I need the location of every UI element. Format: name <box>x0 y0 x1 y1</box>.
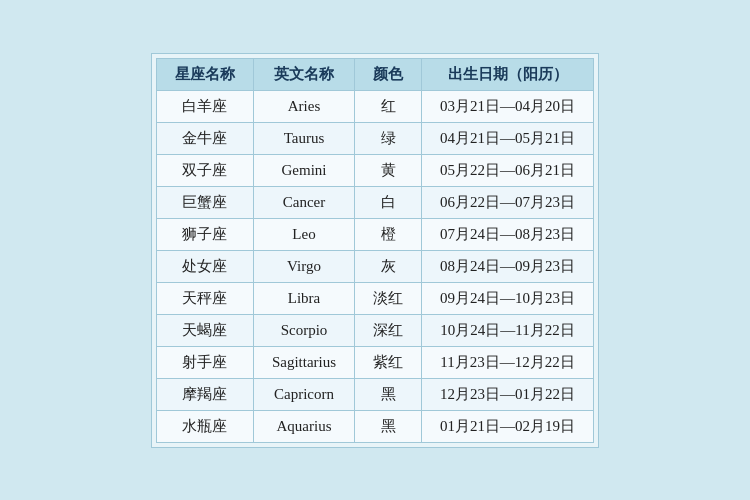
table-row: 双子座Gemini黄05月22日—06月21日 <box>156 154 593 186</box>
table-body: 白羊座Aries红03月21日—04月20日金牛座Taurus绿04月21日—0… <box>156 90 593 442</box>
cell-color: 黑 <box>355 378 422 410</box>
cell-chinese: 金牛座 <box>156 122 253 154</box>
cell-dates: 01月21日—02月19日 <box>422 410 594 442</box>
cell-dates: 07月24日—08月23日 <box>422 218 594 250</box>
table-row: 水瓶座Aquarius黑01月21日—02月19日 <box>156 410 593 442</box>
cell-english: Leo <box>253 218 354 250</box>
cell-chinese: 白羊座 <box>156 90 253 122</box>
cell-english: Gemini <box>253 154 354 186</box>
cell-chinese: 射手座 <box>156 346 253 378</box>
cell-dates: 04月21日—05月21日 <box>422 122 594 154</box>
cell-chinese: 天蝎座 <box>156 314 253 346</box>
cell-english: Taurus <box>253 122 354 154</box>
table-row: 巨蟹座Cancer白06月22日—07月23日 <box>156 186 593 218</box>
cell-color: 白 <box>355 186 422 218</box>
header-english: 英文名称 <box>253 58 354 90</box>
cell-english: Capricorn <box>253 378 354 410</box>
cell-color: 灰 <box>355 250 422 282</box>
cell-color: 黄 <box>355 154 422 186</box>
table-row: 白羊座Aries红03月21日—04月20日 <box>156 90 593 122</box>
cell-color: 绿 <box>355 122 422 154</box>
header-color: 颜色 <box>355 58 422 90</box>
cell-chinese: 狮子座 <box>156 218 253 250</box>
table-row: 处女座Virgo灰08月24日—09月23日 <box>156 250 593 282</box>
cell-dates: 11月23日—12月22日 <box>422 346 594 378</box>
cell-dates: 12月23日—01月22日 <box>422 378 594 410</box>
table-row: 摩羯座Capricorn黑12月23日—01月22日 <box>156 378 593 410</box>
cell-chinese: 摩羯座 <box>156 378 253 410</box>
cell-english: Scorpio <box>253 314 354 346</box>
cell-color: 橙 <box>355 218 422 250</box>
table-row: 天秤座Libra淡红09月24日—10月23日 <box>156 282 593 314</box>
cell-english: Sagittarius <box>253 346 354 378</box>
cell-dates: 10月24日—11月22日 <box>422 314 594 346</box>
cell-color: 黑 <box>355 410 422 442</box>
zodiac-table: 星座名称 英文名称 颜色 出生日期（阳历） 白羊座Aries红03月21日—04… <box>156 58 594 443</box>
cell-chinese: 双子座 <box>156 154 253 186</box>
cell-color: 淡红 <box>355 282 422 314</box>
cell-chinese: 天秤座 <box>156 282 253 314</box>
cell-dates: 05月22日—06月21日 <box>422 154 594 186</box>
header-dates: 出生日期（阳历） <box>422 58 594 90</box>
cell-dates: 03月21日—04月20日 <box>422 90 594 122</box>
cell-english: Cancer <box>253 186 354 218</box>
table-row: 天蝎座Scorpio深红10月24日—11月22日 <box>156 314 593 346</box>
table-row: 金牛座Taurus绿04月21日—05月21日 <box>156 122 593 154</box>
cell-chinese: 巨蟹座 <box>156 186 253 218</box>
table-row: 射手座Sagittarius紫红11月23日—12月22日 <box>156 346 593 378</box>
cell-english: Libra <box>253 282 354 314</box>
cell-chinese: 处女座 <box>156 250 253 282</box>
cell-dates: 08月24日—09月23日 <box>422 250 594 282</box>
zodiac-table-container: 星座名称 英文名称 颜色 出生日期（阳历） 白羊座Aries红03月21日—04… <box>151 53 599 448</box>
cell-dates: 09月24日—10月23日 <box>422 282 594 314</box>
cell-color: 红 <box>355 90 422 122</box>
cell-english: Aquarius <box>253 410 354 442</box>
header-chinese: 星座名称 <box>156 58 253 90</box>
cell-color: 深红 <box>355 314 422 346</box>
cell-english: Virgo <box>253 250 354 282</box>
cell-chinese: 水瓶座 <box>156 410 253 442</box>
table-header-row: 星座名称 英文名称 颜色 出生日期（阳历） <box>156 58 593 90</box>
cell-color: 紫红 <box>355 346 422 378</box>
cell-dates: 06月22日—07月23日 <box>422 186 594 218</box>
table-row: 狮子座Leo橙07月24日—08月23日 <box>156 218 593 250</box>
cell-english: Aries <box>253 90 354 122</box>
